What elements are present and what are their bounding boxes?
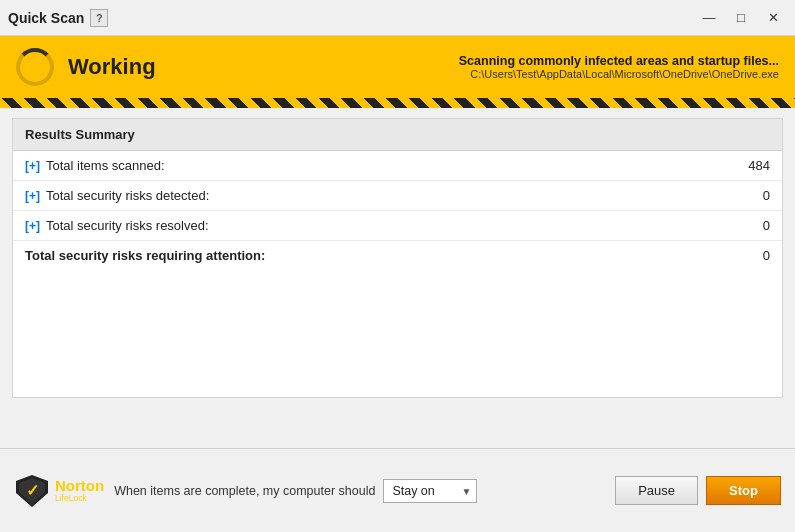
- table-row: Total security risks requiring attention…: [13, 241, 782, 270]
- window-controls: — □ ✕: [695, 7, 787, 29]
- norton-shield-icon: ✓: [14, 473, 50, 509]
- result-value: 0: [740, 248, 770, 263]
- result-value: 0: [740, 188, 770, 203]
- action-buttons: Pause Stop: [615, 476, 781, 505]
- table-row: [+]Total security risks detected:0: [13, 181, 782, 211]
- result-value: 484: [740, 158, 770, 173]
- scan-info: Scanning commonly infected areas and sta…: [459, 54, 779, 80]
- norton-subbrand: LifeLock: [55, 494, 104, 503]
- norton-logo: ✓ Norton LifeLock: [14, 473, 104, 509]
- scan-secondary-text: C:\Users\Test\AppData\Local\Microsoft\On…: [459, 68, 779, 80]
- result-label: Total items scanned:: [46, 158, 740, 173]
- norton-brand: Norton: [55, 478, 104, 495]
- expand-icon[interactable]: [+]: [25, 219, 40, 233]
- close-button[interactable]: ✕: [759, 7, 787, 29]
- title-bar: Quick Scan ? — □ ✕: [0, 0, 795, 36]
- expand-icon[interactable]: [+]: [25, 189, 40, 203]
- working-spinner: [16, 48, 54, 86]
- result-label: Total security risks resolved:: [46, 218, 740, 233]
- svg-text:✓: ✓: [26, 482, 39, 499]
- status-bar: Working Scanning commonly infected areas…: [0, 36, 795, 98]
- pause-button[interactable]: Pause: [615, 476, 698, 505]
- results-header: Results Summary: [13, 119, 782, 151]
- computer-action: When items are complete, my computer sho…: [114, 479, 605, 503]
- result-value: 0: [740, 218, 770, 233]
- scan-primary-text: Scanning commonly infected areas and sta…: [459, 54, 779, 68]
- table-row: [+]Total items scanned:484: [13, 151, 782, 181]
- minimize-button[interactable]: —: [695, 7, 723, 29]
- results-panel: Results Summary [+]Total items scanned:4…: [12, 118, 783, 398]
- hazard-stripe: [0, 98, 795, 108]
- window-title: Quick Scan: [8, 10, 84, 26]
- result-label: Total security risks requiring attention…: [25, 248, 740, 263]
- results-rows: [+]Total items scanned:484[+]Total secur…: [13, 151, 782, 270]
- expand-icon[interactable]: [+]: [25, 159, 40, 173]
- bottom-area: ✓ Norton LifeLock When items are complet…: [0, 448, 795, 532]
- title-bar-title: Quick Scan ?: [8, 9, 695, 27]
- norton-text: Norton LifeLock: [55, 478, 104, 504]
- help-button[interactable]: ?: [90, 9, 108, 27]
- stop-button[interactable]: Stop: [706, 476, 781, 505]
- working-label: Working: [68, 54, 445, 80]
- action-label: When items are complete, my computer sho…: [114, 484, 375, 498]
- computer-action-select[interactable]: Stay on Shut down Restart Sleep: [383, 479, 477, 503]
- result-label: Total security risks detected:: [46, 188, 740, 203]
- action-select-wrapper[interactable]: Stay on Shut down Restart Sleep ▼: [383, 479, 477, 503]
- maximize-button[interactable]: □: [727, 7, 755, 29]
- table-row: [+]Total security risks resolved:0: [13, 211, 782, 241]
- bottom-inner: ✓ Norton LifeLock When items are complet…: [14, 473, 781, 509]
